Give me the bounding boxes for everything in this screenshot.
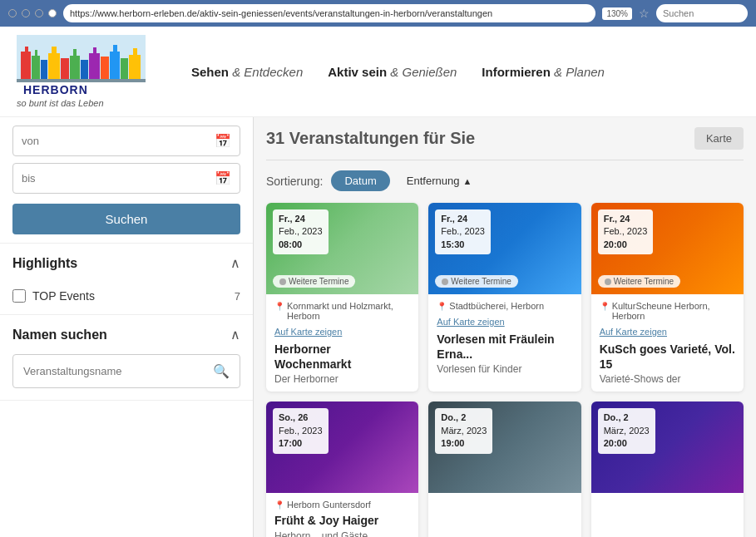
top-events-label: TOP Events [32,289,228,303]
nav-sehen[interactable]: Sehen & Entdecken [191,65,303,79]
highlights-title: Highlights [12,256,77,271]
more-dates-label: Weitere Termine [451,277,511,286]
event-date-badge: Do., 2 März, 2023 20:00 [598,408,655,453]
svg-rect-1 [21,52,31,81]
event-card[interactable]: Fr., 24 Feb., 2023 20:00 Weitere Termine… [591,203,744,392]
name-input-wrap: 🔍 [12,354,240,388]
logo-area[interactable]: HERBORN so bunt ist das Leben [17,35,166,108]
event-title: Herborner Wochenmarkt [274,342,410,372]
sort-datum-button[interactable]: Datum [331,170,389,191]
event-date-month: März, 2023 [604,425,650,437]
map-link[interactable]: Auf Karte zeigen [437,313,572,328]
map-button[interactable]: Karte [694,127,744,150]
browser-search-input[interactable] [656,4,748,22]
name-search-chevron-icon: ∧ [230,327,240,342]
name-search-header[interactable]: Namen suchen ∧ [0,315,253,354]
svg-rect-3 [32,56,40,81]
event-card[interactable]: So., 26 Feb., 2023 17:00 📍 Herborn Gunte… [266,402,418,537]
calendar-from-icon[interactable]: 📅 [215,133,231,149]
top-events-checkbox[interactable] [12,289,26,303]
calendar-to-icon[interactable]: 📅 [215,170,231,186]
svg-rect-7 [52,47,57,55]
name-search-title: Namen suchen [12,328,107,342]
bookmark-icon[interactable]: ☆ [639,7,650,20]
more-dates-dot [442,278,448,285]
zoom-level: 130% [602,7,632,20]
event-date-day: Do., 2 [604,411,650,424]
event-title: KuSch goes Varieté, Vol. 15 [600,342,735,372]
browser-forward[interactable] [22,9,30,17]
svg-rect-18 [129,55,141,81]
highlights-chevron-icon: ∧ [230,255,240,271]
event-image: Fr., 24 Feb., 2023 08:00 Weitere Termine [266,203,418,294]
svg-rect-10 [73,49,77,57]
name-search-icon[interactable]: 🔍 [213,363,230,379]
event-date-badge: Fr., 24 Feb., 2023 20:00 [598,209,654,254]
event-image: Fr., 24 Feb., 2023 15:30 Weitere Termine [428,203,581,294]
event-body: 📍 Herborn Guntersdorf Früht & Joy Haiger… [266,493,418,537]
event-body: 📍 Kornmarkt und Holzmarkt, Herborn Auf K… [266,294,418,392]
event-image: Do., 2 März, 2023 20:00 [591,402,744,493]
sort-entfernung-label: Entfernung [407,175,460,187]
event-location: 📍 KulturScheune Herborn, Herborn [600,301,735,321]
more-dates: Weitere Termine [273,275,355,288]
browser-back[interactable] [8,9,17,17]
date-to-input[interactable] [22,172,215,185]
sort-entfernung-button[interactable]: Entfernung ▲ [398,170,481,191]
pin-icon: 📍 [274,302,284,311]
browser-refresh[interactable] [35,9,43,17]
nav-aktiv[interactable]: Aktiv sein & Genießen [328,65,457,79]
highlights-header[interactable]: Highlights ∧ [0,244,253,283]
event-subtitle: Der Herborner [274,373,410,385]
event-date-month: März, 2023 [441,425,487,437]
svg-rect-16 [113,45,117,53]
browser-home[interactable] [48,9,57,17]
event-card[interactable]: Do., 2 März, 2023 20:00 [591,402,744,537]
date-from-input[interactable] [22,135,215,147]
event-date-badge: Fr., 24 Feb., 2023 15:30 [435,209,491,254]
logo-tagline: so bunt ist das Leben [17,98,104,108]
event-date-month: Feb., 2023 [441,225,485,238]
name-search-input[interactable] [23,365,213,377]
svg-rect-19 [133,48,137,57]
event-date-day: So., 26 [279,411,323,424]
svg-rect-5 [41,60,47,81]
browser-nav-controls [8,9,57,17]
event-date-badge: Do., 2 März, 2023 19:00 [435,408,492,453]
sort-label: Sortierung: [266,175,323,188]
event-body: 📍 KulturScheune Herborn, Herborn Auf Kar… [591,294,744,392]
sort-arrow-icon: ▲ [462,176,472,186]
event-date-time: 08:00 [279,239,323,251]
event-date-time: 20:00 [604,239,648,251]
svg-rect-4 [35,50,37,57]
site-header: HERBORN so bunt ist das Leben Sehen & En… [0,27,756,117]
event-subtitle: Varieté-Shows der [600,373,735,385]
event-card[interactable]: Fr., 24 Feb., 2023 08:00 Weitere Termine… [266,203,418,392]
event-card[interactable]: Do., 2 März, 2023 19:00 [428,402,581,537]
event-date-day: Fr., 24 [441,213,485,225]
svg-rect-17 [121,58,128,81]
herborn-logo: HERBORN [17,35,146,97]
more-dates-dot [605,278,611,285]
location-text: Kornmarkt und Holzmarkt, Herborn [287,301,410,321]
map-link[interactable]: Auf Karte zeigen [274,323,410,338]
event-date-time: 17:00 [279,437,323,450]
event-date-month: Feb., 2023 [279,225,323,238]
main-nav: Sehen & Entdecken Aktiv sein & Genießen … [191,65,605,79]
date-to-wrap: 📅 [12,163,240,194]
search-button[interactable]: Suchen [12,204,240,234]
event-date-time: 19:00 [441,437,487,450]
event-title: Vorlesen mit Fräulein Erna... [437,332,572,362]
map-link[interactable]: Auf Karte zeigen [600,323,735,338]
date-filter: 📅 📅 Suchen [0,117,253,244]
event-date-day: Fr., 24 [279,213,323,225]
url-bar[interactable] [63,4,595,22]
highlights-body: TOP Events 7 [0,283,253,314]
event-date-month: Feb., 2023 [604,225,648,238]
event-card[interactable]: Fr., 24 Feb., 2023 15:30 Weitere Termine… [428,203,581,392]
event-location: 📍 Herborn Guntersdorf [274,500,410,510]
more-dates-dot [279,278,286,285]
nav-informieren[interactable]: Informieren & Planen [482,65,605,79]
pin-icon: 📍 [437,302,447,311]
event-subtitle: Vorlesen für Kinder [437,363,572,375]
